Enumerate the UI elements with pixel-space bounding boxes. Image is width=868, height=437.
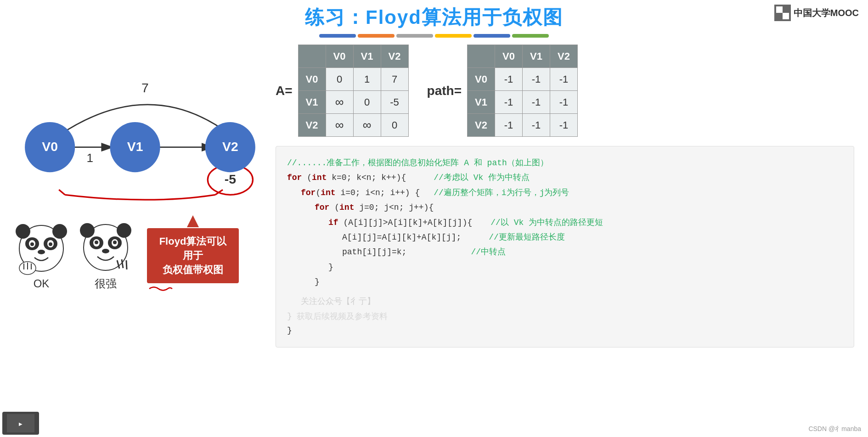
logo-text: 中国大学MOOC	[794, 7, 859, 19]
svg-line-37	[126, 260, 127, 269]
code-line-5: A[i][j]=A[i][k]+A[k][j];//更新最短路径长度	[287, 230, 843, 245]
svg-point-12	[16, 224, 30, 239]
matrix-p-cell-11: -1	[523, 91, 550, 114]
watermark-code-1: 关注公众号【彳亍】	[287, 294, 843, 309]
meme-label-strong: 很强	[95, 276, 117, 291]
matrix-a-cell-22: 0	[381, 114, 408, 137]
matrix-a-row1-label: V1	[298, 91, 326, 114]
code-line-6: path[i][j]=k;//中转点	[287, 245, 843, 259]
matrix-p-cell-10: -1	[495, 91, 523, 114]
matrix-a-cell-20: ∞	[326, 114, 353, 137]
matrix-a-cell-10: ∞	[326, 91, 353, 114]
matrix-a-row2-label: V2	[298, 114, 326, 137]
matrix-path-table: V0 V1 V2 V0 -1 -1 -1 V1 -1 -1 -1	[467, 45, 578, 137]
logo-icon	[774, 5, 791, 21]
matrix-p-cell-12: -1	[550, 91, 578, 114]
matrix-a-cell-01: 1	[353, 68, 381, 91]
matrix-p-row0-label: V0	[468, 68, 495, 91]
thumbnail-icon: ▶	[7, 414, 34, 432]
matrix-p-cell-01: -1	[523, 68, 550, 91]
code-line-4: if (A[i][j]>A[i][k]+A[k][j]){//以 Vk 为中转点…	[287, 215, 843, 230]
color-bar-6	[512, 34, 549, 38]
matrix-p-row1-label: V1	[468, 91, 495, 114]
right-panel: A= V0 V1 V2 V0 0 1 7 V1	[276, 45, 854, 436]
red-scribble	[147, 284, 175, 293]
color-bar-2	[358, 34, 395, 38]
matrix-p-cell-21: -1	[523, 114, 550, 137]
matrix-p-header-v0: V0	[495, 45, 523, 68]
code-line-2: for(int i=0; i<n; i++) {//遍历整个矩阵，i为行号，j为…	[287, 185, 843, 200]
matrix-p-row2-label: V2	[468, 114, 495, 137]
matrix-p-cell-00: -1	[495, 68, 523, 91]
node-v2: V2	[222, 139, 238, 154]
svg-point-27	[117, 223, 131, 238]
matrix-a-header-v1: V1	[353, 45, 381, 68]
logo: 中国大学MOOC	[774, 5, 859, 21]
svg-point-18	[30, 242, 34, 246]
matrix-a-header-empty	[298, 45, 326, 68]
self-loop-label: -5	[225, 172, 236, 186]
matrix-a-cell-11: 0	[353, 91, 381, 114]
left-panel: 7 1 -5 V0	[14, 45, 266, 436]
code-line-1: for (int k=0; k<n; k++){//考虑以 Vk 作为中转点	[287, 170, 843, 185]
matrix-a-cell-02: 7	[381, 68, 408, 91]
bottom-left-thumbnail: ▶	[2, 412, 39, 435]
tables-area: A= V0 V1 V2 V0 0 1 7 V1	[276, 45, 854, 137]
edge-label-7: 7	[141, 80, 149, 95]
title-area: 练习：Floyd算法用于负权图	[0, 0, 868, 40]
watermark-area: 关注公众号【彳亍】 } 获取后续视频及参考资料 }	[287, 294, 843, 338]
svg-point-26	[80, 223, 95, 238]
color-bar-5	[473, 34, 510, 38]
matrix-a-header-v0: V0	[326, 45, 353, 68]
graph-svg: 7 1 -5 V0	[14, 45, 266, 210]
svg-point-33	[113, 241, 117, 244]
matrix-p-header-empty	[468, 45, 495, 68]
svg-point-19	[49, 242, 52, 246]
svg-point-20	[38, 250, 45, 254]
graph-container: 7 1 -5 V0	[14, 45, 266, 210]
matrix-a-table: V0 V1 V2 V0 0 1 7 V1 ∞ 0 -5	[298, 45, 409, 137]
color-bar-1	[319, 34, 356, 38]
svg-rect-1	[776, 6, 783, 13]
svg-text:▶: ▶	[19, 421, 23, 426]
meme-strong: 很强	[78, 219, 133, 291]
node-v1: V1	[127, 139, 143, 154]
code-line-0: //......准备工作，根据图的信息初始化矩阵 A 和 path（如上图）	[287, 156, 843, 170]
bottom-left-area: OK	[14, 214, 266, 295]
matrix-p-header-v1: V1	[523, 45, 550, 68]
panda-face-1	[14, 220, 69, 275]
matrix-p-header-v2: V2	[550, 45, 578, 68]
code-kw-for-1: for	[287, 173, 307, 182]
color-bar-4	[435, 34, 472, 38]
code-closing-0: }	[287, 324, 843, 338]
code-text-1: (	[307, 173, 312, 182]
code-container: //......准备工作，根据图的信息初始化矩阵 A 和 path（如上图） f…	[276, 146, 854, 347]
matrix-a-row0-label: V0	[298, 68, 326, 91]
code-line-3: for (int j=0; j<n; j++){	[287, 200, 843, 215]
matrix-a-header-v2: V2	[381, 45, 408, 68]
code-line-7: }	[287, 260, 843, 275]
color-bar-3	[396, 34, 433, 38]
matrix-a-label: A=	[276, 84, 293, 98]
matrix-a-cell-00: 0	[326, 68, 353, 91]
page-title: 练习：Floyd算法用于负权图	[0, 5, 868, 30]
matrix-a-cell-21: ∞	[353, 114, 381, 137]
svg-marker-38	[187, 215, 199, 227]
svg-point-34	[102, 249, 109, 253]
panda-face-2	[78, 219, 133, 274]
red-box-label: Floyd算法可以用于负权值带权图	[147, 228, 239, 283]
matrix-a-block: A= V0 V1 V2 V0 0 1 7 V1	[276, 45, 409, 137]
svg-point-13	[52, 224, 67, 239]
csdn-label: CSDN @彳manba	[808, 425, 861, 433]
matrix-p-cell-22: -1	[550, 114, 578, 137]
matrix-path-block: path= V0 V1 V2 V0 -1 -1 -1	[427, 45, 578, 137]
meme-ok: OK	[14, 220, 69, 290]
matrix-a-cell-12: -5	[381, 91, 408, 114]
red-box-text: Floyd算法可以用于负权值带权图	[159, 235, 227, 275]
meme-label-ok: OK	[34, 277, 50, 290]
matrix-p-cell-20: -1	[495, 114, 523, 137]
code-line-8: }	[287, 275, 843, 289]
code-comment-0: //......准备工作，根据图的信息初始化矩阵 A 和 path（如上图）	[287, 158, 548, 168]
matrix-path-label: path=	[427, 84, 462, 98]
color-bars	[0, 34, 868, 38]
